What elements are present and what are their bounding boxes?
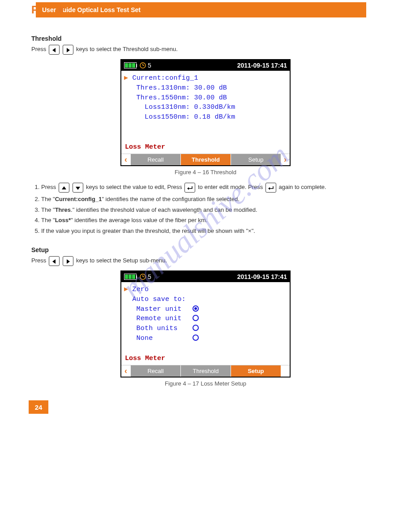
enter-key-icon <box>184 183 195 193</box>
brand-logo: PRO <box>0 0 36 20</box>
figure-caption-setup: Figure 4 – 17 Loss Meter Setup <box>31 380 380 387</box>
timer-value: 5 <box>148 273 151 280</box>
step-1: Press keys to select the value to edit, … <box>41 183 380 193</box>
text: again to complete. <box>278 184 326 190</box>
footer-label: Loss Meter <box>121 354 290 365</box>
value: 30.00 dB <box>194 94 227 102</box>
datetime: 2011-09-15 17:41 <box>237 273 287 280</box>
right-arrow-key-icon <box>63 256 73 266</box>
bold: Thres <box>55 206 71 213</box>
zero-label: Zero <box>132 286 149 293</box>
svg-line-8 <box>57 12 59 13</box>
tab-setup[interactable]: Setup <box>231 365 281 377</box>
threshold-intro: Press keys to select the Threshold sub-m… <box>31 45 380 55</box>
text: to enter edit mode. Press <box>198 184 263 190</box>
datetime: 2011-09-15 17:41 <box>237 62 287 69</box>
setup-intro: Press keys to select the Setup sub-menu. <box>31 256 380 266</box>
footer-label: Loss Meter <box>121 142 290 154</box>
text: The " <box>41 217 55 223</box>
tab-prev-icon[interactable]: ‹ <box>121 365 130 377</box>
svg-marker-14 <box>62 186 66 189</box>
cursor-icon: ▶ <box>124 286 128 293</box>
tab-prev-icon[interactable]: ‹ <box>121 154 130 165</box>
tab-threshold[interactable]: Threshold <box>180 154 231 165</box>
line-thres1310: Thres.1310nm: 30.00 dB <box>124 83 287 93</box>
label: Loss1550nm: <box>145 113 190 121</box>
svg-line-6 <box>62 12 64 13</box>
tab-setup[interactable]: Setup <box>231 154 281 165</box>
page-header: PRO User Guide Optical Loss Test Set <box>0 0 411 20</box>
text: ." identifies the threshold value of eac… <box>71 206 257 213</box>
svg-line-5 <box>57 7 59 8</box>
value: 0.18 dB/km <box>194 113 235 121</box>
battery-icon <box>124 274 137 280</box>
tab-blank <box>281 365 290 377</box>
radio-icon[interactable] <box>193 315 199 321</box>
line-zero: ▶ Zero <box>124 285 287 295</box>
clock-icon <box>140 62 146 69</box>
battery-icon <box>124 62 137 69</box>
line-loss1310: Loss1310nm: 0.330dB/km <box>124 103 287 112</box>
radio-icon[interactable] <box>193 335 199 341</box>
text: keys to select the Setup sub-menu. <box>76 257 167 264</box>
up-arrow-key-icon <box>59 183 69 193</box>
status-bar: 5 2011-09-15 17:41 <box>121 271 290 282</box>
threshold-heading: Threshold <box>31 35 380 42</box>
line-current: ▶ Current:config_1 <box>124 73 287 83</box>
tab-threshold[interactable]: Threshold <box>180 365 231 377</box>
line-loss1550: Loss1550nm: 0.18 dB/km <box>124 112 287 122</box>
threshold-steps: Press keys to select the value to edit, … <box>31 183 380 235</box>
tab-recall[interactable]: Recall <box>130 365 180 377</box>
setup-heading: Setup <box>31 246 380 253</box>
status-bar: 5 2011-09-15 17:41 <box>121 60 290 71</box>
label: Thres.1550nm: <box>137 94 190 102</box>
text: " identifies the average loss value of t… <box>71 217 207 223</box>
autosave-label: Auto save to: <box>132 296 186 303</box>
line-opt-both: Both units <box>124 324 287 334</box>
line-opt-none: None <box>124 334 287 343</box>
header-band: User Guide Optical Loss Test Set <box>36 2 366 17</box>
device-screen-threshold: 5 2011-09-15 17:41 ▶ Current:config_1 Th… <box>120 59 291 166</box>
sun-icon <box>56 5 65 14</box>
opt-label: Master unit <box>137 305 182 313</box>
device-screen-setup: 5 2011-09-15 17:41 ▶ Zero Auto save to: … <box>120 270 291 378</box>
left-arrow-key-icon <box>49 256 60 266</box>
value: 30.00 dB <box>194 84 227 92</box>
opt-label: Remote unit <box>137 315 182 322</box>
step-2: The "Current:config_1" identifies the na… <box>41 195 380 203</box>
line-thres1550: Thres.1550nm: 30.00 dB <box>124 93 287 103</box>
right-arrow-key-icon <box>63 45 73 55</box>
label: Thres.1310nm: <box>137 84 190 92</box>
svg-line-7 <box>62 7 64 8</box>
text: " identifies the name of the configurati… <box>102 196 239 202</box>
text: keys to select the Threshold sub-menu. <box>76 46 178 52</box>
opt-label: Both units <box>137 325 178 332</box>
svg-marker-19 <box>67 259 70 264</box>
cursor-icon: ▶ <box>124 74 128 82</box>
text: Press <box>41 184 56 190</box>
line-opt-remote: Remote unit <box>124 314 287 324</box>
radio-icon[interactable] <box>193 325 199 331</box>
tab-recall[interactable]: Recall <box>130 154 180 165</box>
screen-body: ▶ Current:config_1 Thres.1310nm: 30.00 d… <box>121 71 290 142</box>
svg-marker-10 <box>67 48 70 52</box>
radio-checked-icon[interactable] <box>193 305 199 312</box>
tab-next-icon[interactable]: › <box>281 154 290 165</box>
svg-marker-16 <box>187 187 189 190</box>
svg-marker-17 <box>268 187 270 190</box>
text: The " <box>41 196 55 202</box>
left-arrow-key-icon <box>49 45 60 55</box>
clock-icon <box>140 274 146 280</box>
tab-bar: ‹ Recall Threshold Setup <box>121 365 290 377</box>
value: 0.330dB/km <box>194 103 235 111</box>
text: If the value you input is greater than t… <box>41 227 255 234</box>
enter-key-icon <box>265 183 276 193</box>
line-autosave: Auto save to: <box>124 295 287 305</box>
timer-value: 5 <box>148 62 151 69</box>
bold: Current:config_1 <box>55 196 102 202</box>
svg-marker-18 <box>52 259 56 264</box>
svg-marker-9 <box>52 48 56 52</box>
step-5: If the value you input is greater than t… <box>41 227 380 235</box>
figure-caption-threshold: Figure 4 – 16 Threshold <box>31 169 380 176</box>
text: Press <box>31 46 46 52</box>
